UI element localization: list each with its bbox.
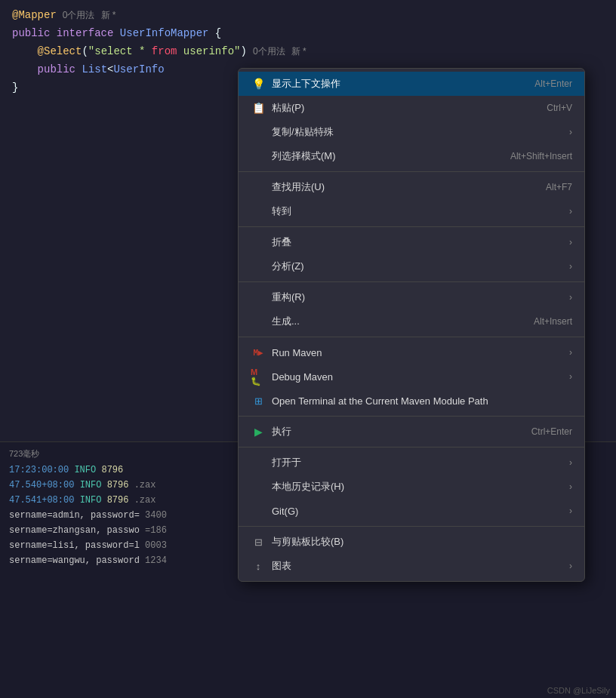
shortcut-column-select: Alt+Shift+Insert — [510, 151, 572, 161]
empty-icon-11 — [251, 503, 266, 518]
menu-label-find-usage: 查找用法(U) — [272, 180, 534, 194]
menu-label-chart: 图表 — [272, 559, 563, 573]
separator-2 — [239, 226, 584, 227]
menu-item-open-in[interactable]: 打开于 › — [239, 450, 584, 475]
menu-label-git: Git(G) — [272, 506, 563, 517]
menu-item-debug-maven[interactable]: M🐛 Debug Maven › — [239, 364, 584, 389]
paren-close: ) — [240, 45, 246, 57]
kw-interface: interface — [57, 27, 120, 39]
indent — [12, 45, 38, 57]
from-highlight: from — [152, 45, 177, 57]
menu-label-local-history: 本地历史记录(H) — [272, 480, 563, 494]
menu-item-goto[interactable]: 转到 › — [239, 199, 584, 223]
separator-3 — [239, 281, 584, 282]
menu-item-open-terminal[interactable]: ⊞ Open Terminal at the Current Maven Mod… — [239, 389, 584, 413]
editor-line-1: @Mapper 0个用法 新 * — [0, 6, 616, 24]
separator-1 — [239, 171, 584, 172]
menu-label-column-select: 列选择模式(M) — [272, 149, 498, 163]
menu-item-run-maven[interactable]: M▶ Run Maven › — [239, 340, 584, 364]
paste-icon: 📋 — [251, 100, 266, 115]
menu-label-refactor: 重构(R) — [272, 291, 563, 304]
menu-item-refactor[interactable]: 重构(R) › — [239, 285, 584, 309]
empty-icon-8 — [251, 314, 266, 329]
arrow-icon-6: › — [569, 347, 572, 358]
shortcut-paste: Ctrl+V — [547, 103, 572, 113]
kw-public: public — [12, 27, 57, 39]
menu-label-copy-paste-special: 复制/粘贴特殊 — [272, 125, 563, 139]
annotation-mapper: @Mapper — [12, 9, 57, 21]
usage-hint-select: 0个用法 — [253, 45, 285, 58]
menu-label-show-context-actions: 显示上下文操作 — [272, 77, 522, 91]
class-name: UserInfoMapper — [120, 27, 209, 39]
menu-label-open-in: 打开于 — [272, 456, 563, 469]
new-hint-select: 新 * — [291, 45, 306, 58]
menu-item-find-usage[interactable]: 查找用法(U) Alt+F7 — [239, 175, 584, 199]
menu-item-copy-paste-special[interactable]: 复制/粘贴特殊 › — [239, 120, 584, 144]
menu-label-analyze: 分析(Z) — [272, 260, 563, 273]
separator-4 — [239, 337, 584, 337]
arrow-icon-11: › — [569, 561, 572, 571]
menu-item-column-select[interactable]: 列选择模式(M) Alt+Shift+Insert — [239, 144, 584, 168]
menu-item-compare-clipboard[interactable]: ⊟ 与剪贴板比较(B) — [239, 530, 584, 554]
menu-label-open-terminal: Open Terminal at the Current Maven Modul… — [272, 395, 572, 407]
arrow-icon-3: › — [569, 237, 572, 248]
shortcut-find-usage: Alt+F7 — [546, 182, 572, 192]
menu-label-fold: 折叠 — [272, 235, 563, 249]
empty-icon-4 — [251, 204, 266, 219]
usage-hint-mapper: 0个用法 — [63, 9, 95, 22]
menu-item-local-history[interactable]: 本地历史记录(H) › — [239, 475, 584, 499]
execute-icon: ▶ — [251, 424, 266, 439]
empty-icon-6 — [251, 259, 266, 274]
brace-close: } — [12, 81, 18, 94]
menu-item-generate[interactable]: 生成... Alt+Insert — [239, 309, 584, 334]
menu-label-generate: 生成... — [272, 315, 522, 328]
context-menu: 💡 显示上下文操作 Alt+Enter 📋 粘贴(P) Ctrl+V 复制/粘贴… — [238, 68, 585, 582]
arrow-icon-7: › — [569, 371, 572, 382]
arrow-icon-9: › — [569, 481, 572, 492]
chart-icon: ↕ — [251, 558, 266, 573]
paren-open: ( — [82, 45, 88, 57]
arrow-icon-5: › — [569, 292, 572, 303]
menu-label-debug-maven: Debug Maven — [272, 371, 563, 383]
kw-list: List — [82, 63, 107, 75]
menu-label-goto: 转到 — [272, 204, 563, 218]
menu-label-run-maven: Run Maven — [272, 347, 563, 358]
arrow-icon-4: › — [569, 261, 572, 272]
arrow-icon-8: › — [569, 457, 572, 468]
empty-icon-9 — [251, 455, 266, 470]
sql-string: "select * — [88, 45, 152, 57]
editor-line-2: public interface UserInfoMapper { — [0, 24, 616, 42]
arrow-icon-1: › — [569, 127, 572, 137]
debug-maven-icon: M🐛 — [251, 369, 266, 384]
shortcut-show-context-actions: Alt+Enter — [534, 78, 572, 89]
indent2 — [12, 63, 38, 75]
empty-icon-1 — [251, 125, 266, 140]
empty-icon-5 — [251, 235, 266, 250]
menu-label-compare-clipboard: 与剪贴板比较(B) — [272, 535, 572, 549]
watermark: CSDN @LiJeSily — [547, 686, 610, 695]
separator-5 — [239, 416, 584, 417]
empty-icon-3 — [251, 180, 266, 195]
compare-icon: ⊟ — [251, 534, 266, 549]
menu-item-paste[interactable]: 📋 粘贴(P) Ctrl+V — [239, 96, 584, 120]
run-maven-icon: M▶ — [251, 345, 266, 360]
menu-item-analyze[interactable]: 分析(Z) › — [239, 254, 584, 278]
sql-string2: userinfo" — [177, 45, 240, 57]
generic-open: < — [107, 63, 113, 75]
menu-item-chart[interactable]: ↕ 图表 › — [239, 554, 584, 578]
editor-line-3: @Select ( "select * from userinfo" ) 0个用… — [0, 42, 616, 60]
shortcut-execute: Ctrl+Enter — [531, 426, 572, 437]
menu-item-execute[interactable]: ▶ 执行 Ctrl+Enter — [239, 420, 584, 444]
terminal-icon: ⊞ — [251, 393, 266, 408]
separator-7 — [239, 526, 584, 527]
menu-item-git[interactable]: Git(G) › — [239, 499, 584, 523]
menu-item-show-context-actions[interactable]: 💡 显示上下文操作 Alt+Enter — [239, 72, 584, 96]
empty-icon-7 — [251, 290, 266, 305]
empty-icon-2 — [251, 149, 266, 164]
kw-public2: public — [38, 63, 82, 75]
empty-icon-10 — [251, 479, 266, 494]
new-hint-mapper: 新 * — [101, 9, 116, 22]
arrow-icon-10: › — [569, 506, 572, 516]
menu-item-fold[interactable]: 折叠 › — [239, 230, 584, 254]
menu-label-execute: 执行 — [272, 425, 519, 438]
